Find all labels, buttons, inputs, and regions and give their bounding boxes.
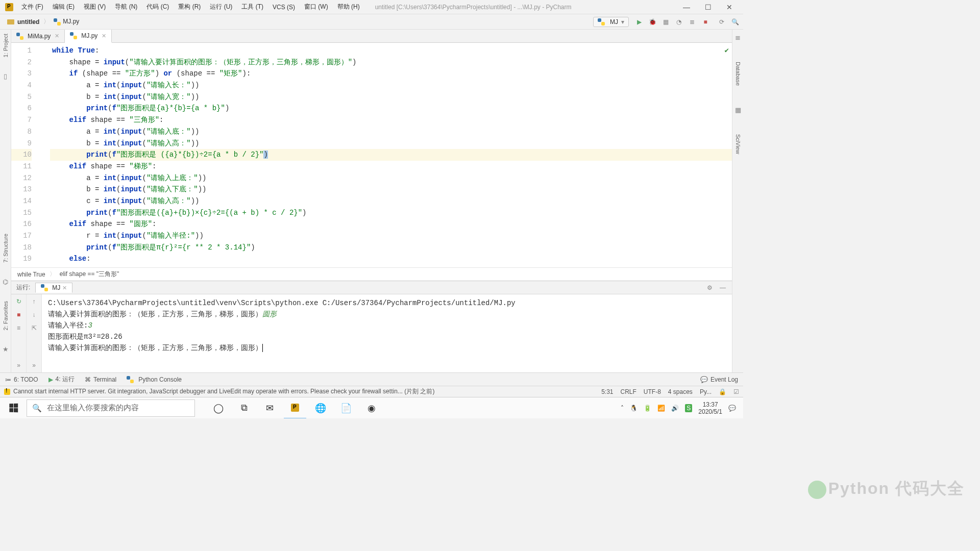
rerun-button[interactable]: ↻ bbox=[15, 297, 23, 306]
tab-mj[interactable]: MJ.py ✕ bbox=[65, 30, 112, 43]
run-side-controls-1: ↻ ■ ≡ » bbox=[11, 294, 27, 372]
more-icon[interactable]: » bbox=[30, 361, 38, 369]
profile-button[interactable]: ◔ bbox=[675, 18, 683, 26]
event-log-button[interactable]: 💬Event Log bbox=[700, 376, 738, 383]
up-icon[interactable]: ↑ bbox=[30, 297, 38, 306]
vcs-update-icon[interactable]: ⟳ bbox=[718, 18, 726, 26]
menu-edit[interactable]: 编辑 (E) bbox=[48, 1, 79, 13]
minimize-icon[interactable]: — bbox=[719, 284, 727, 292]
menu-view[interactable]: 视图 (V) bbox=[80, 1, 110, 13]
notification-icon[interactable]: 💬 bbox=[728, 405, 736, 412]
right-tool-strip: ≣ Database ▦ SciView bbox=[732, 30, 743, 372]
structure-tool-button[interactable]: 7: Structure bbox=[3, 234, 9, 263]
menu-help[interactable]: 帮助 (H) bbox=[333, 1, 364, 13]
close-icon[interactable]: ✕ bbox=[55, 33, 59, 39]
close-icon[interactable]: ✕ bbox=[102, 33, 106, 39]
taskbar-search[interactable]: 🔍 在这里输入你要搜索的内容 bbox=[27, 399, 195, 417]
python-console-button[interactable]: Python Console bbox=[127, 376, 182, 383]
sciview-tool-button[interactable]: SciView bbox=[735, 134, 741, 154]
notepad-app[interactable]: 📄 bbox=[335, 397, 357, 419]
menu-tools[interactable]: 工具 (T) bbox=[237, 1, 267, 13]
menu-navigate[interactable]: 导航 (N) bbox=[111, 1, 141, 13]
task-view-button[interactable]: ⧉ bbox=[233, 397, 255, 419]
taskbar-clock[interactable]: 13:37 2020/5/1 bbox=[698, 401, 722, 415]
menu-bar: 文件 (F) 编辑 (E) 视图 (V) 导航 (N) 代码 (C) 重构 (R… bbox=[0, 0, 743, 14]
settings-icon[interactable]: ⚙ bbox=[705, 284, 714, 292]
breadcrumb-item[interactable]: elif shape == "三角形" bbox=[60, 270, 119, 279]
stop-button[interactable]: ■ bbox=[15, 311, 23, 319]
run-button[interactable]: ▶ bbox=[635, 18, 643, 26]
menu-vcs[interactable]: VCS (S) bbox=[268, 2, 299, 12]
lock-icon[interactable]: 🔒 bbox=[719, 388, 726, 395]
warning-icon[interactable] bbox=[4, 389, 10, 395]
breadcrumb-project[interactable]: untitled bbox=[4, 17, 42, 27]
layout-button[interactable]: ≡ bbox=[15, 324, 23, 332]
qq-icon[interactable]: 🐧 bbox=[630, 405, 638, 412]
run-tab[interactable]: MJ ✕ bbox=[35, 283, 72, 293]
menu-code[interactable]: 代码 (C) bbox=[142, 1, 173, 13]
export-icon[interactable]: ⇱ bbox=[30, 324, 38, 332]
window-close-button[interactable]: ✕ bbox=[726, 4, 733, 11]
pycharm-app[interactable] bbox=[284, 397, 306, 419]
python-icon bbox=[70, 32, 77, 39]
ime-icon[interactable]: S bbox=[685, 404, 692, 412]
more-icon[interactable]: » bbox=[15, 361, 23, 369]
console-line: 请输入要计算面积的图形：（矩形，正方形，三角形，梯形，圆形） bbox=[48, 342, 726, 354]
file-encoding[interactable]: UTF-8 bbox=[644, 388, 661, 395]
menu-file[interactable]: 文件 (F) bbox=[17, 1, 47, 13]
indent-settings[interactable]: 4 spaces bbox=[668, 388, 693, 395]
battery-icon[interactable]: 🔋 bbox=[644, 405, 651, 412]
window-maximize-button[interactable]: ☐ bbox=[704, 4, 712, 11]
database-tool-button[interactable]: Database bbox=[735, 62, 741, 86]
run-side-controls-2: ↑ ↓ ⇱ » bbox=[27, 294, 42, 372]
inspect-icon[interactable]: ☑ bbox=[733, 388, 739, 395]
run-tool-window: 运行: MJ ✕ ⚙ — ↻ ■ ≡ » bbox=[11, 281, 732, 372]
debug-button[interactable]: 🐞 bbox=[648, 18, 656, 26]
line-number-gutter[interactable]: 12345678910111213141516171819 bbox=[11, 43, 40, 267]
ie-app[interactable]: 🌐 bbox=[309, 397, 332, 419]
line-separator[interactable]: CRLF bbox=[621, 388, 636, 395]
volume-icon[interactable]: 🔊 bbox=[671, 405, 679, 412]
caret-position[interactable]: 5:31 bbox=[601, 388, 613, 395]
star-icon[interactable]: ★ bbox=[3, 345, 9, 353]
tab-mima[interactable]: MiMa.py ✕ bbox=[11, 30, 65, 42]
favorites-tool-button[interactable]: 2: Favorites bbox=[3, 301, 9, 330]
database-icon[interactable]: ≣ bbox=[735, 34, 741, 41]
run-tab-name: MJ bbox=[52, 284, 60, 291]
coverage-button[interactable]: ▦ bbox=[662, 18, 670, 26]
run-tool-header: 运行: MJ ✕ ⚙ — bbox=[11, 281, 732, 294]
windows-taskbar: 🔍 在这里输入你要搜索的内容 ◯ ⧉ ✉ 🌐 📄 ◉ ˄ 🐧 🔋 📶 🔊 S 1… bbox=[0, 397, 743, 418]
attach-button[interactable]: ≣ bbox=[688, 18, 696, 26]
run-configuration-selector[interactable]: MJ ▾ bbox=[593, 17, 629, 27]
stop-button[interactable]: ■ bbox=[701, 18, 709, 26]
fold-gutter[interactable] bbox=[40, 43, 48, 267]
todo-tool-button[interactable]: ≔6: TODO bbox=[5, 376, 38, 383]
breadcrumb-file[interactable]: MJ.py bbox=[51, 17, 82, 27]
chrome-app[interactable]: ◉ bbox=[360, 397, 383, 419]
window-minimize-button[interactable]: — bbox=[683, 4, 690, 11]
cortana-button[interactable]: ◯ bbox=[207, 397, 230, 419]
run-tool-button[interactable]: ▶4: 运行 bbox=[48, 375, 75, 384]
close-icon[interactable]: ✕ bbox=[62, 285, 67, 291]
status-message[interactable]: Cannot start internal HTTP server. Git i… bbox=[13, 387, 434, 396]
menu-window[interactable]: 窗口 (W) bbox=[300, 1, 332, 13]
breadcrumb-sep: 〉 bbox=[50, 270, 56, 279]
run-console[interactable]: C:\Users\37364\PycharmProjects\untitled\… bbox=[42, 294, 732, 372]
code-editor[interactable]: 12345678910111213141516171819 while True… bbox=[11, 43, 732, 267]
menu-refactor[interactable]: 重构 (R) bbox=[174, 1, 205, 13]
wifi-icon[interactable]: 📶 bbox=[657, 405, 665, 412]
down-icon[interactable]: ↓ bbox=[30, 311, 38, 319]
menu-run[interactable]: 运行 (U) bbox=[206, 1, 236, 13]
sciview-icon[interactable]: ▦ bbox=[735, 106, 741, 114]
mail-app[interactable]: ✉ bbox=[258, 397, 281, 419]
search-everywhere-button[interactable]: 🔍 bbox=[731, 18, 739, 26]
project-icon[interactable]: ▯ bbox=[4, 72, 7, 80]
start-button[interactable] bbox=[2, 397, 24, 419]
code-content[interactable]: while True: shape = input("请输入要计算面积的图形：（… bbox=[48, 43, 732, 267]
python-interpreter[interactable]: Py... bbox=[700, 388, 712, 395]
project-tool-button[interactable]: 1: Project bbox=[3, 34, 9, 57]
terminal-tool-button[interactable]: ⌘Terminal bbox=[85, 376, 116, 383]
tray-chevron-icon[interactable]: ˄ bbox=[621, 405, 624, 412]
structure-icon[interactable]: ⌬ bbox=[3, 278, 8, 286]
breadcrumb-item[interactable]: while True bbox=[17, 271, 45, 278]
